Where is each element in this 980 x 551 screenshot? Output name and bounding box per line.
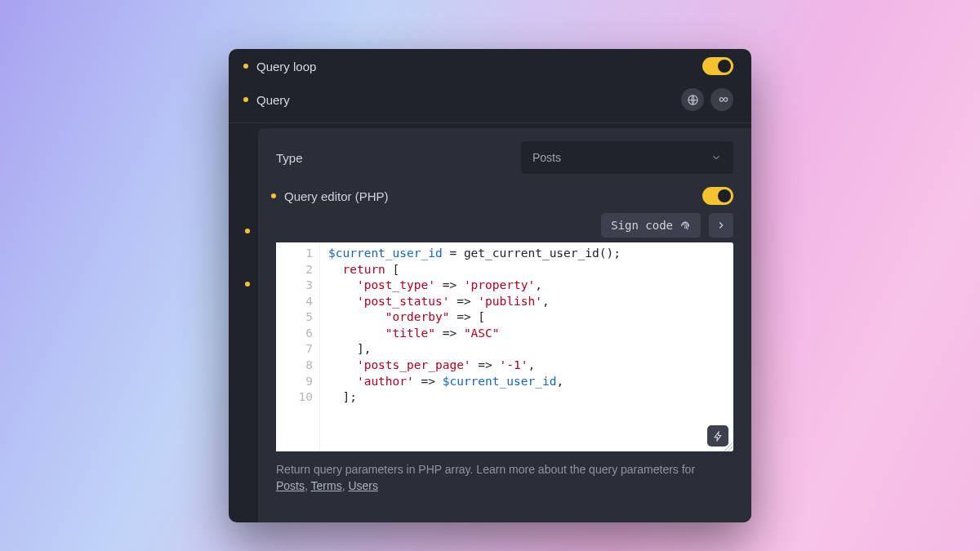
- type-label: Type: [276, 151, 303, 165]
- bullet-icon: [243, 64, 248, 69]
- infinity-icon: [715, 93, 728, 106]
- expand-button[interactable]: [709, 213, 733, 238]
- query-loop-label: Query loop: [256, 60, 316, 73]
- infinity-icon-button[interactable]: [710, 88, 733, 111]
- code-toolbar: Sign code: [276, 213, 733, 238]
- type-row: Type Posts: [276, 141, 733, 174]
- divider: [229, 122, 751, 123]
- query-loop-row: Query loop: [229, 49, 751, 83]
- bullet-icon: [245, 282, 250, 287]
- query-label: Query: [256, 93, 290, 107]
- globe-icon-button[interactable]: [681, 88, 704, 111]
- query-subpanel: Type Posts Query editor (PHP) Sign code: [258, 128, 751, 522]
- query-editor-label: Query editor (PHP): [284, 189, 389, 203]
- query-editor-row: Query editor (PHP): [271, 185, 733, 213]
- lightning-icon: [713, 431, 724, 442]
- help-text: Return query parameters in PHP array. Le…: [276, 461, 733, 495]
- query-editor-toggle[interactable]: [702, 187, 733, 205]
- code-body[interactable]: $current_user_id = get_current_user_id()…: [320, 242, 733, 451]
- bullet-icon: [245, 229, 250, 233]
- bullet-icon: [243, 97, 248, 102]
- chevron-down-icon: [710, 152, 722, 163]
- globe-icon: [687, 94, 699, 106]
- settings-panel: Query loop Query Type: [229, 49, 751, 522]
- chevron-right-icon: [715, 220, 727, 231]
- query-row: Query: [229, 83, 751, 122]
- fingerprint-icon: [679, 220, 691, 231]
- code-gutter: 1 2 3 4 5 6 7 8 9 10: [276, 242, 320, 451]
- bullet-icon: [271, 193, 276, 198]
- query-loop-toggle[interactable]: [702, 57, 733, 75]
- sign-code-button[interactable]: Sign code: [601, 213, 701, 238]
- code-editor[interactable]: 1 2 3 4 5 6 7 8 9 10 $current_user_id = …: [276, 242, 733, 451]
- resize-handle[interactable]: [724, 442, 733, 451]
- help-link-users[interactable]: Users: [348, 479, 378, 492]
- app-background: Query loop Query Type: [0, 0, 980, 551]
- help-link-terms[interactable]: Terms: [311, 479, 342, 492]
- type-select-value: Posts: [532, 151, 561, 164]
- sign-code-label: Sign code: [611, 219, 673, 232]
- help-link-posts[interactable]: Posts: [276, 479, 305, 492]
- type-select[interactable]: Posts: [521, 141, 733, 174]
